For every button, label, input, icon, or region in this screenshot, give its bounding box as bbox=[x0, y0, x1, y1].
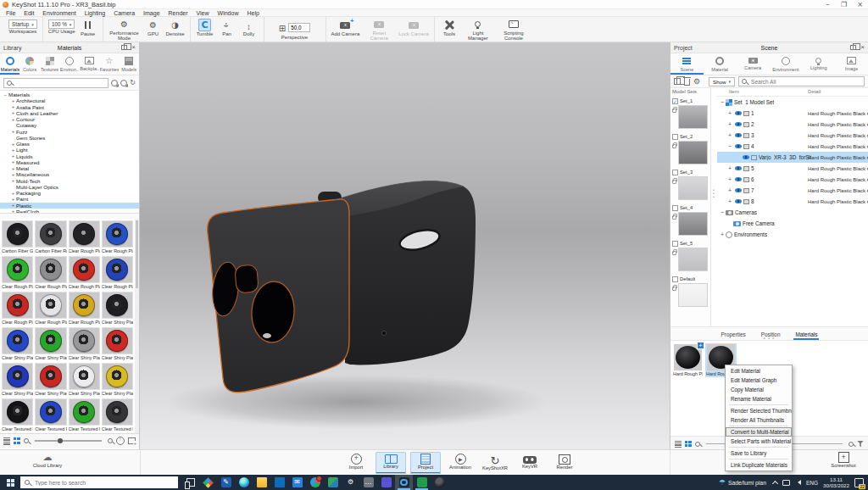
expander-icon[interactable]: + bbox=[10, 153, 16, 159]
lock-icon[interactable] bbox=[672, 144, 676, 148]
material-thumbnail[interactable]: Clear Shiny Plasti... bbox=[101, 326, 134, 362]
delete-icon[interactable] bbox=[684, 79, 690, 86]
dock-keyvr-button[interactable]: KeyVR bbox=[515, 452, 545, 474]
material-thumbnail[interactable]: Clear Shiny Plasti... bbox=[1, 326, 34, 362]
project-tab-scene[interactable]: Scene bbox=[670, 53, 704, 75]
expander-icon[interactable]: + bbox=[10, 117, 16, 122]
denoise-button[interactable]: ◑ Denoise bbox=[166, 17, 185, 42]
scene-tree-item[interactable]: +6Hard Rough Plastic Black #2 bbox=[717, 174, 868, 185]
action-center-icon[interactable]: 22 bbox=[854, 478, 864, 487]
tab-materials[interactable]: Materials bbox=[793, 331, 819, 340]
scene-settings-icon[interactable]: ⚙ bbox=[693, 78, 700, 86]
project-tab-environment[interactable]: Environment bbox=[769, 53, 802, 75]
expander-icon[interactable]: + bbox=[10, 197, 16, 202]
material-thumbnail[interactable]: Carbon Fiber Rou... bbox=[34, 220, 67, 255]
dock-library-button[interactable]: Library bbox=[376, 452, 406, 474]
cpu-usage-dropdown[interactable]: 100 % CPU Usage bbox=[48, 17, 75, 42]
library-tab-backplates[interactable]: Backpla... bbox=[80, 53, 99, 75]
lock-icon[interactable] bbox=[672, 180, 676, 184]
project-tab-material[interactable]: Material bbox=[704, 53, 737, 75]
expander-icon[interactable]: + bbox=[10, 172, 16, 177]
visibility-eye-icon[interactable] bbox=[743, 155, 749, 160]
menu-lighting[interactable]: Lighting bbox=[81, 10, 110, 16]
expander-icon[interactable]: + bbox=[10, 178, 16, 183]
show-hidden-icons[interactable] bbox=[772, 480, 778, 486]
model-set-item[interactable]: Set_5 bbox=[672, 239, 709, 275]
expander-icon[interactable]: + bbox=[726, 198, 733, 204]
material-thumbnail[interactable]: Clear Textured Pl... bbox=[101, 398, 134, 433]
spreadsheet-app-icon[interactable] bbox=[413, 475, 431, 490]
store-icon[interactable] bbox=[270, 475, 288, 490]
material-sphere-app-icon[interactable] bbox=[431, 475, 448, 490]
model-set-item[interactable]: Default bbox=[672, 275, 709, 310]
expander-icon[interactable]: + bbox=[726, 187, 733, 193]
menu-item-copy-material[interactable]: Copy Material bbox=[726, 385, 792, 394]
project-material[interactable]: +Hard Rough Plas... bbox=[672, 343, 704, 377]
material-thumbnail[interactable]: Clear Shiny Plasti... bbox=[101, 362, 134, 398]
library-tree-item[interactable]: +Mold-Tech bbox=[0, 178, 139, 184]
library-tree-item[interactable]: Gem Stones bbox=[0, 135, 139, 141]
float-panel-icon[interactable] bbox=[121, 45, 127, 50]
menu-image[interactable]: Image bbox=[139, 10, 164, 16]
expander-icon[interactable]: + bbox=[10, 159, 16, 164]
material-thumbnail[interactable]: Clear Rough Plast... bbox=[34, 291, 67, 326]
cad-app-icon[interactable] bbox=[199, 475, 217, 490]
performance-mode-button[interactable]: ⚙ Performance Mode bbox=[108, 17, 141, 42]
menu-item-edit-material-graph[interactable]: Edit Material Graph bbox=[726, 376, 792, 385]
maximize-button[interactable]: ❐ bbox=[836, 0, 852, 8]
material-thumbnail[interactable]: Clear Rough Plast... bbox=[1, 291, 34, 326]
expander-icon[interactable]: − bbox=[719, 99, 726, 105]
start-button[interactable] bbox=[0, 475, 20, 490]
model-set-checkbox[interactable] bbox=[672, 170, 678, 175]
model-set-item[interactable]: Set_4 bbox=[672, 203, 709, 239]
workspaces-dropdown[interactable]: Startup Workspaces bbox=[8, 17, 37, 42]
taskbar-search-input[interactable] bbox=[33, 479, 152, 487]
visibility-eye-icon[interactable] bbox=[735, 111, 742, 116]
material-thumbnail[interactable]: Clear Rough Plast... bbox=[1, 255, 34, 291]
scene-search-input[interactable] bbox=[749, 78, 861, 86]
library-tree-item[interactable]: +Fuzz bbox=[0, 129, 139, 135]
material-thumbnail[interactable]: Clear Rough Plast... bbox=[101, 255, 134, 291]
library-tree-item[interactable]: +Contour bbox=[0, 116, 139, 122]
library-search-input[interactable] bbox=[14, 79, 105, 86]
cloud-library-button[interactable]: ☁ Cloud Library bbox=[24, 452, 71, 468]
taskbar-search[interactable] bbox=[20, 476, 178, 488]
expander-icon[interactable]: + bbox=[10, 104, 16, 109]
lock-icon[interactable] bbox=[672, 215, 676, 220]
menu-camera[interactable]: Camera bbox=[109, 10, 139, 16]
menu-item-render-selected-thumbnail[interactable]: Render Selected Thumbnail bbox=[726, 406, 792, 415]
close-panel-icon[interactable]: × bbox=[131, 45, 136, 50]
menu-window[interactable]: Window bbox=[214, 10, 243, 16]
menu-edit[interactable]: Edit bbox=[19, 10, 38, 16]
expander-icon[interactable]: + bbox=[10, 142, 16, 147]
expander-icon[interactable]: + bbox=[726, 110, 733, 116]
workspaces-value[interactable]: Startup bbox=[8, 19, 37, 29]
material-thumbnail[interactable]: Clear Shiny Plasti... bbox=[34, 362, 67, 398]
model-set-item[interactable]: Set_2 bbox=[672, 132, 709, 168]
model-set-item[interactable]: Set_3 bbox=[672, 168, 709, 203]
expander-icon[interactable]: + bbox=[719, 231, 726, 237]
menu-item-select-parts-with-material[interactable]: Select Parts with Material bbox=[726, 437, 792, 446]
file-explorer-icon[interactable] bbox=[253, 475, 270, 490]
material-thumbnail[interactable]: Clear Shiny Plasti... bbox=[101, 291, 134, 326]
library-tree-item[interactable]: +Liquids bbox=[0, 153, 139, 159]
model-set-checkbox[interactable] bbox=[672, 134, 678, 140]
scene-tree-item[interactable]: −Cameras bbox=[717, 207, 868, 218]
dock-render-button[interactable]: Render bbox=[549, 452, 580, 474]
edge-icon[interactable] bbox=[235, 475, 253, 490]
tools-button[interactable]: Tools bbox=[440, 17, 459, 42]
library-tree-item[interactable]: +Light bbox=[0, 147, 139, 153]
language-indicator[interactable]: ENG bbox=[806, 480, 818, 486]
expander-icon[interactable]: + bbox=[10, 166, 16, 171]
expander-icon[interactable]: − bbox=[719, 209, 726, 215]
library-tab-models[interactable]: Models bbox=[120, 53, 139, 75]
expander-icon[interactable]: + bbox=[726, 121, 733, 127]
library-tree-item[interactable]: +Packaging bbox=[0, 190, 139, 196]
expander-icon[interactable]: + bbox=[726, 176, 733, 182]
filter-icon[interactable] bbox=[857, 441, 864, 448]
expander-icon[interactable]: − bbox=[726, 143, 733, 149]
visibility-eye-icon[interactable] bbox=[735, 122, 742, 127]
pause-button[interactable]: Pause bbox=[79, 17, 97, 42]
visibility-eye-icon[interactable] bbox=[735, 199, 742, 204]
model-set-checkbox[interactable] bbox=[672, 205, 678, 211]
